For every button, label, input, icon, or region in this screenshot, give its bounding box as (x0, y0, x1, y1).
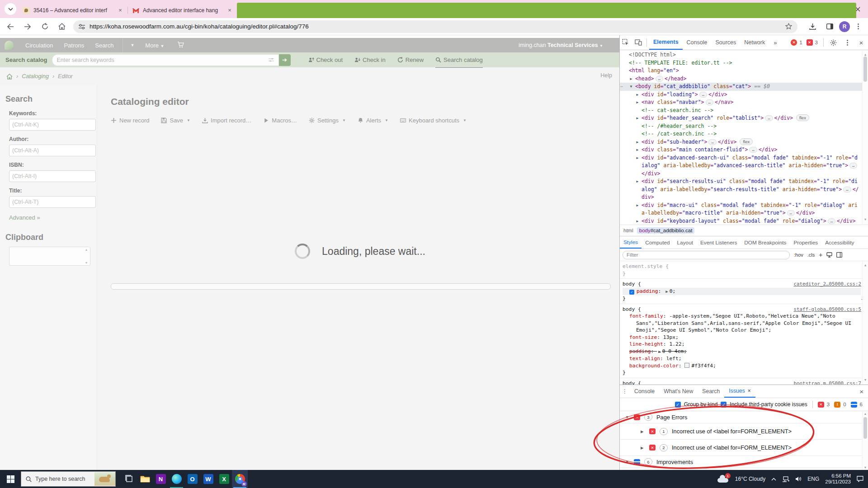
nav-item-more[interactable]: More ▼ (140, 42, 170, 49)
devtools-tab-sources[interactable]: Sources (711, 35, 740, 50)
clipboard-listbox[interactable]: ▲▼ (9, 247, 90, 266)
drawer-menu-button[interactable]: ⋮ (620, 388, 630, 394)
styles-scrollbar[interactable]: ▲▼ (862, 261, 868, 385)
expand-arrow-icon[interactable]: ▶ (629, 75, 633, 83)
forward-button[interactable] (21, 20, 34, 33)
help-link[interactable]: Help (600, 72, 612, 79)
stepper-arrows-icon[interactable]: ▲▼ (84, 248, 89, 264)
styles-tab-dom-breakpoints[interactable]: DOM Breakpoints (741, 236, 790, 249)
quick-link-search[interactable]: Search catalog (435, 52, 483, 68)
expand-arrow-icon[interactable]: ▶ (641, 429, 645, 434)
dom-node[interactable]: ▶<div id="search-results-ui" class="moda… (620, 178, 868, 202)
new-style-rule-button[interactable]: + (819, 251, 822, 258)
volume-tray-icon[interactable] (795, 476, 802, 482)
import-record-button[interactable]: Import record… (202, 117, 251, 124)
toggle-class-button[interactable]: .cls (807, 252, 815, 258)
ellipsis-expander[interactable]: … (708, 139, 716, 145)
taskbar-app-task-view[interactable] (121, 470, 137, 488)
expand-arrow-icon[interactable]: ▶ (635, 202, 640, 210)
crumb-body-selected[interactable]: body#cat_addbiblio.cat (637, 227, 695, 234)
quick-link-checkout[interactable]: Check out (308, 52, 343, 67)
devtools-tab-console[interactable]: Console (683, 35, 712, 50)
taskbar-app-edge[interactable] (169, 470, 184, 488)
crumb-html[interactable]: html (623, 228, 633, 233)
issue-row[interactable]: ▶✕1Incorrect use of <label for=FORM_ELEM… (620, 423, 868, 440)
collapse-arrow-icon[interactable]: ▼ (629, 83, 633, 91)
advanced-search-link[interactable]: Advanced » (9, 214, 92, 221)
device-toolbar-button[interactable] (632, 37, 644, 48)
dom-node[interactable]: ▶<div id="loading">…</div> (620, 91, 868, 99)
cart-button[interactable] (172, 42, 189, 49)
dom-node[interactable]: ▶<div class="main container-fluid">…</di… (620, 146, 868, 154)
nav-item-patrons[interactable]: Patrons (58, 42, 90, 49)
computed-sidebar-toggle-icon[interactable] (836, 252, 842, 258)
rendering-emulation-icon[interactable] (826, 252, 832, 258)
css-property[interactable]: font-family: -apple-system,"Segoe UI",Ro… (623, 313, 861, 334)
taskbar-app-outlook[interactable]: O (184, 470, 200, 488)
taskbar-app-word[interactable]: W (200, 470, 216, 488)
bookmark-star-icon[interactable] (785, 23, 792, 30)
flex-badge[interactable]: flex (740, 138, 753, 145)
styles-tab-layout[interactable]: Layout (674, 236, 697, 249)
taskbar-app-chrome[interactable]: R (232, 470, 248, 488)
network-tray-icon[interactable] (782, 476, 789, 482)
ellipsis-expander[interactable]: … (699, 92, 707, 98)
browser-tab[interactable]: 35416 – Advanced editor interf× (18, 3, 127, 18)
dom-node[interactable]: ▶<head>…</head> (620, 75, 868, 83)
devtools-tab-elements[interactable]: Elements (649, 35, 683, 50)
drawer-tab-close-icon[interactable]: × (748, 388, 751, 394)
settings-button[interactable]: Settings▼ (309, 117, 346, 124)
color-swatch[interactable] (684, 363, 689, 368)
console-error-icon[interactable]: ✕ (791, 39, 797, 46)
dom-node[interactable]: ▶<div id="advanced-search-ui" class="mod… (620, 154, 868, 178)
more-panels-button[interactable]: » (770, 39, 780, 46)
expand-arrow-icon[interactable]: ▶ (641, 446, 645, 450)
dom-node[interactable]: ▶<div id="header_search" role="tablist">… (620, 114, 868, 122)
issues-scrollbar[interactable]: ▲▼ (862, 411, 868, 470)
new-record-button[interactable]: New record (111, 117, 149, 124)
tab-search-button[interactable] (5, 3, 16, 15)
dom-node[interactable]: <html lang="en"> (620, 67, 868, 75)
devtools-settings-button[interactable] (827, 37, 839, 48)
css-property[interactable]: ✓padding: ▶0; (623, 288, 861, 296)
dom-node[interactable]: ▶<div id="sub-header">…</div>flex (620, 138, 868, 146)
ellipsis-expander[interactable]: … (706, 99, 713, 105)
taskbar-search-box[interactable]: Type here to search (21, 471, 116, 487)
property-checkbox[interactable]: ✓ (629, 290, 634, 295)
stylesheet-link[interactable]: staff-globa…05000.css:5 (793, 306, 861, 313)
quick-link-renew[interactable]: Renew (397, 52, 424, 67)
styles-filter-input[interactable] (623, 251, 790, 259)
devtools-tab-network[interactable]: Network (740, 35, 769, 50)
alerts-button[interactable]: Alerts▼ (358, 117, 388, 124)
quick-link-checkin[interactable]: Check in (354, 52, 386, 67)
ellipsis-expander[interactable]: … (749, 147, 757, 153)
hidden-icons-button[interactable] (771, 478, 776, 481)
language-indicator[interactable]: ENG (807, 476, 819, 482)
nav-dropdown-caret-icon[interactable]: ▼ (127, 43, 138, 47)
stylesheet-link[interactable]: cateditor_2…05000.css:2 (793, 281, 861, 288)
ellipsis-expander[interactable]: … (787, 210, 795, 216)
css-property[interactable]: font-size: 13px; (623, 334, 861, 341)
drawer-tab-search[interactable]: Search (698, 385, 724, 398)
styles-tab-properties[interactable]: Properties (790, 236, 821, 249)
logged-in-user[interactable]: iming.chan Technical Services ▼ (519, 42, 603, 48)
breadcrumb-item[interactable]: Editor (58, 73, 73, 80)
home-button[interactable] (55, 20, 69, 33)
back-button[interactable] (4, 20, 17, 33)
styles-tab-styles[interactable]: Styles (620, 236, 642, 249)
drawer-tab-console[interactable]: Console (630, 385, 659, 398)
browser-menu-button[interactable] (853, 21, 863, 32)
tab-close-icon[interactable]: × (117, 7, 124, 14)
shorthand-arrow-icon[interactable]: ▶ (665, 289, 668, 294)
expand-arrow-icon[interactable]: ▶ (635, 154, 640, 162)
dom-node[interactable]: <!-- TEMPLATE FILE: editor.tt --> (620, 59, 868, 67)
ellipsis-expander[interactable]: … (843, 187, 851, 192)
inspect-element-button[interactable] (620, 37, 632, 48)
profile-avatar[interactable]: R (839, 21, 850, 32)
dom-node[interactable]: ⋯▼<body id="cat_addbiblio" class="cat"> … (620, 83, 868, 91)
devtools-menu-button[interactable] (841, 37, 853, 48)
keyboard-shortcut-icon[interactable] (269, 58, 274, 62)
drawer-tab-issues[interactable]: Issues× (724, 385, 755, 398)
toggle-hover-state-button[interactable]: :hov (794, 252, 803, 258)
taskbar-app-excel[interactable]: X (216, 470, 232, 488)
